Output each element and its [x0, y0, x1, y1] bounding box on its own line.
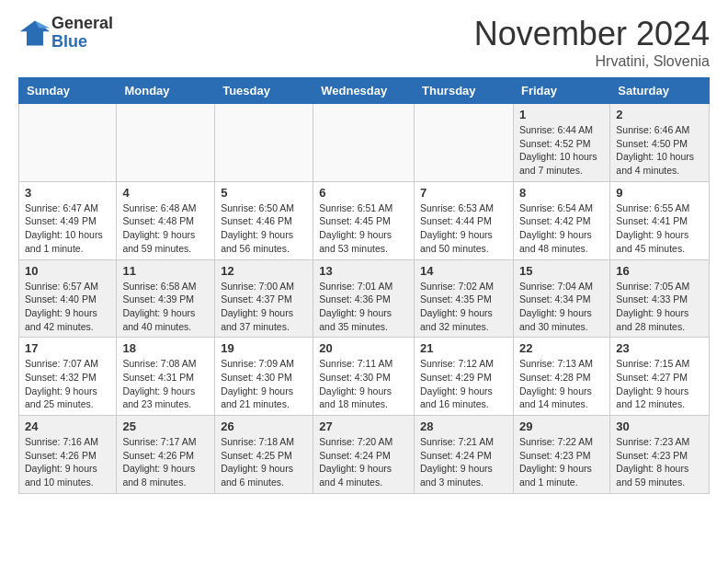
calendar-day-cell: 30Sunrise: 7:23 AMSunset: 4:23 PMDayligh… — [610, 416, 710, 494]
day-info: Sunrise: 6:46 AMSunset: 4:50 PMDaylight:… — [616, 123, 703, 178]
weekday-header-thursday: Thursday — [415, 78, 514, 104]
day-number: 16 — [616, 264, 703, 278]
day-number: 29 — [519, 419, 604, 433]
day-number: 13 — [319, 264, 408, 278]
logo-blue: Blue — [51, 33, 113, 52]
day-number: 10 — [25, 264, 110, 278]
location: Hrvatini, Slovenia — [474, 53, 710, 70]
calendar-day-cell — [215, 104, 313, 182]
day-number: 12 — [221, 264, 307, 278]
day-number: 28 — [420, 419, 507, 433]
calendar-day-cell: 11Sunrise: 6:58 AMSunset: 4:39 PMDayligh… — [117, 259, 215, 338]
calendar-day-cell: 23Sunrise: 7:15 AMSunset: 4:27 PMDayligh… — [610, 338, 710, 416]
day-info: Sunrise: 7:18 AMSunset: 4:25 PMDaylight:… — [221, 435, 307, 489]
calendar-day-cell: 6Sunrise: 6:51 AMSunset: 4:45 PMDaylight… — [313, 181, 415, 259]
day-info: Sunrise: 7:08 AMSunset: 4:31 PMDaylight:… — [122, 357, 209, 411]
day-info: Sunrise: 6:47 AMSunset: 4:49 PMDaylight:… — [25, 201, 110, 256]
day-info: Sunrise: 6:48 AMSunset: 4:48 PMDaylight:… — [122, 201, 209, 256]
day-number: 30 — [616, 419, 703, 433]
day-info: Sunrise: 7:15 AMSunset: 4:27 PMDaylight:… — [616, 357, 703, 411]
calendar-day-cell: 10Sunrise: 6:57 AMSunset: 4:40 PMDayligh… — [19, 259, 117, 338]
calendar-day-cell: 22Sunrise: 7:13 AMSunset: 4:28 PMDayligh… — [513, 338, 609, 416]
day-info: Sunrise: 7:04 AMSunset: 4:34 PMDaylight:… — [519, 280, 604, 334]
calendar-day-cell: 15Sunrise: 7:04 AMSunset: 4:34 PMDayligh… — [513, 259, 609, 338]
calendar-day-cell: 7Sunrise: 6:53 AMSunset: 4:44 PMDaylight… — [415, 181, 514, 259]
day-number: 8 — [519, 186, 604, 200]
weekday-header-friday: Friday — [513, 78, 609, 104]
day-info: Sunrise: 7:21 AMSunset: 4:24 PMDaylight:… — [420, 435, 507, 489]
day-info: Sunrise: 7:16 AMSunset: 4:26 PMDaylight:… — [25, 435, 110, 489]
calendar-day-cell: 13Sunrise: 7:01 AMSunset: 4:36 PMDayligh… — [313, 259, 415, 338]
calendar-header-row: SundayMondayTuesdayWednesdayThursdayFrid… — [19, 78, 710, 104]
weekday-header-monday: Monday — [117, 78, 215, 104]
calendar-day-cell: 24Sunrise: 7:16 AMSunset: 4:26 PMDayligh… — [19, 416, 117, 494]
calendar-day-cell: 4Sunrise: 6:48 AMSunset: 4:48 PMDaylight… — [117, 181, 215, 259]
calendar-day-cell: 2Sunrise: 6:46 AMSunset: 4:50 PMDaylight… — [610, 104, 710, 182]
calendar-week-row: 24Sunrise: 7:16 AMSunset: 4:26 PMDayligh… — [19, 416, 710, 494]
calendar-day-cell: 28Sunrise: 7:21 AMSunset: 4:24 PMDayligh… — [415, 416, 514, 494]
calendar-day-cell: 17Sunrise: 7:07 AMSunset: 4:32 PMDayligh… — [19, 338, 117, 416]
calendar-day-cell: 5Sunrise: 6:50 AMSunset: 4:46 PMDaylight… — [215, 181, 313, 259]
day-info: Sunrise: 7:02 AMSunset: 4:35 PMDaylight:… — [420, 280, 507, 334]
calendar-week-row: 3Sunrise: 6:47 AMSunset: 4:49 PMDaylight… — [19, 181, 710, 259]
weekday-header-saturday: Saturday — [610, 78, 710, 104]
day-number: 24 — [25, 419, 110, 433]
day-info: Sunrise: 7:20 AMSunset: 4:24 PMDaylight:… — [319, 435, 408, 489]
day-info: Sunrise: 6:58 AMSunset: 4:39 PMDaylight:… — [122, 280, 209, 334]
logo-text: General Blue — [51, 15, 113, 52]
day-info: Sunrise: 7:07 AMSunset: 4:32 PMDaylight:… — [25, 357, 110, 411]
day-info: Sunrise: 6:54 AMSunset: 4:42 PMDaylight:… — [519, 201, 604, 256]
calendar-week-row: 1Sunrise: 6:44 AMSunset: 4:52 PMDaylight… — [19, 104, 710, 182]
day-number: 25 — [122, 419, 209, 433]
weekday-header-sunday: Sunday — [19, 78, 117, 104]
day-info: Sunrise: 7:11 AMSunset: 4:30 PMDaylight:… — [319, 357, 408, 411]
calendar-day-cell — [415, 104, 514, 182]
day-number: 6 — [319, 186, 408, 200]
day-number: 17 — [25, 341, 110, 355]
weekday-header-tuesday: Tuesday — [215, 78, 313, 104]
calendar-day-cell: 3Sunrise: 6:47 AMSunset: 4:49 PMDaylight… — [19, 181, 117, 259]
day-number: 26 — [221, 419, 307, 433]
svg-marker-0 — [20, 20, 50, 45]
day-number: 1 — [519, 108, 604, 121]
logo-general: General — [51, 15, 113, 33]
day-info: Sunrise: 6:53 AMSunset: 4:44 PMDaylight:… — [420, 201, 507, 256]
day-number: 14 — [420, 264, 507, 278]
calendar-day-cell: 20Sunrise: 7:11 AMSunset: 4:30 PMDayligh… — [313, 338, 415, 416]
calendar-day-cell: 8Sunrise: 6:54 AMSunset: 4:42 PMDaylight… — [513, 181, 609, 259]
day-info: Sunrise: 7:01 AMSunset: 4:36 PMDaylight:… — [319, 280, 408, 334]
calendar-day-cell: 1Sunrise: 6:44 AMSunset: 4:52 PMDaylight… — [513, 104, 609, 182]
day-number: 5 — [221, 186, 307, 200]
day-info: Sunrise: 7:13 AMSunset: 4:28 PMDaylight:… — [519, 357, 604, 411]
day-info: Sunrise: 6:51 AMSunset: 4:45 PMDaylight:… — [319, 201, 408, 256]
calendar-day-cell: 12Sunrise: 7:00 AMSunset: 4:37 PMDayligh… — [215, 259, 313, 338]
title-area: November 2024 Hrvatini, Slovenia — [474, 15, 710, 70]
calendar-table: SundayMondayTuesdayWednesdayThursdayFrid… — [18, 77, 710, 494]
day-number: 3 — [25, 186, 110, 200]
day-number: 19 — [221, 341, 307, 355]
calendar-day-cell: 16Sunrise: 7:05 AMSunset: 4:33 PMDayligh… — [610, 259, 710, 338]
day-number: 15 — [519, 264, 604, 278]
calendar-wrapper: SundayMondayTuesdayWednesdayThursdayFrid… — [0, 77, 728, 503]
calendar-day-cell: 25Sunrise: 7:17 AMSunset: 4:26 PMDayligh… — [117, 416, 215, 494]
calendar-week-row: 17Sunrise: 7:07 AMSunset: 4:32 PMDayligh… — [19, 338, 710, 416]
day-number: 21 — [420, 341, 507, 355]
calendar-day-cell: 21Sunrise: 7:12 AMSunset: 4:29 PMDayligh… — [415, 338, 514, 416]
calendar-day-cell: 29Sunrise: 7:22 AMSunset: 4:23 PMDayligh… — [513, 416, 609, 494]
day-number: 23 — [616, 341, 703, 355]
weekday-header-wednesday: Wednesday — [313, 78, 415, 104]
day-info: Sunrise: 6:57 AMSunset: 4:40 PMDaylight:… — [25, 280, 110, 334]
calendar-day-cell: 19Sunrise: 7:09 AMSunset: 4:30 PMDayligh… — [215, 338, 313, 416]
month-title: November 2024 — [474, 15, 710, 53]
calendar-day-cell — [117, 104, 215, 182]
day-number: 18 — [122, 341, 209, 355]
day-number: 7 — [420, 186, 507, 200]
day-number: 22 — [519, 341, 604, 355]
day-number: 9 — [616, 186, 703, 200]
day-number: 4 — [122, 186, 209, 200]
day-number: 27 — [319, 419, 408, 433]
day-info: Sunrise: 7:05 AMSunset: 4:33 PMDaylight:… — [616, 280, 703, 334]
day-info: Sunrise: 6:44 AMSunset: 4:52 PMDaylight:… — [519, 123, 604, 178]
day-info: Sunrise: 6:50 AMSunset: 4:46 PMDaylight:… — [221, 201, 307, 256]
calendar-day-cell: 26Sunrise: 7:18 AMSunset: 4:25 PMDayligh… — [215, 416, 313, 494]
